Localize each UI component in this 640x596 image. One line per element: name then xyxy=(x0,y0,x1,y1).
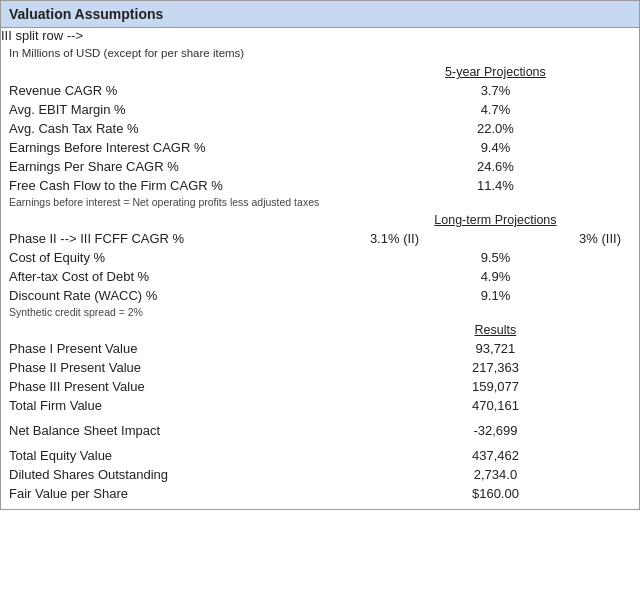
row-value: 9.1% xyxy=(352,286,639,305)
table-row: Phase II --> III FCFF CAGR % 3.1% (II) 3… xyxy=(1,229,639,248)
table-row: Earnings Per Share CAGR % 24.6% xyxy=(1,157,639,176)
split-value-right: 3% (III) xyxy=(579,231,621,246)
five-year-header: 5-year Projections xyxy=(352,61,639,81)
bottom-padding xyxy=(1,503,639,509)
row-value: 22.0% xyxy=(352,119,639,138)
subtitle: In Millions of USD (except for per share… xyxy=(1,43,639,61)
row-label: Cost of Equity % xyxy=(1,248,352,267)
table-row: Phase I Present Value 93,721 xyxy=(1,339,639,358)
table-row: Phase III Present Value 159,077 xyxy=(1,377,639,396)
table-row: Avg. Cash Tax Rate % 22.0% xyxy=(1,119,639,138)
row-value: -32,699 xyxy=(352,421,639,440)
row-label: Earnings Before Interest CAGR % xyxy=(1,138,352,157)
row-value: 4.9% xyxy=(352,267,639,286)
split-value-left: 3.1% (II) xyxy=(370,231,419,246)
table-row: Diluted Shares Outstanding 2,734.0 xyxy=(1,465,639,484)
row-label: Net Balance Sheet Impact xyxy=(1,421,352,440)
table-row: Free Cash Flow to the Firm CAGR % 11.4% xyxy=(1,176,639,195)
row-value-split: 3.1% (II) 3% (III) xyxy=(352,229,639,248)
row-label: After-tax Cost of Debt % xyxy=(1,267,352,286)
row-value: 159,077 xyxy=(352,377,639,396)
row-value: 2,734.0 xyxy=(352,465,639,484)
row-value: 4.7% xyxy=(352,100,639,119)
row-value: 24.6% xyxy=(352,157,639,176)
row-label: Fair Value per Share xyxy=(1,484,352,503)
row-value: 9.5% xyxy=(352,248,639,267)
table-title: Valuation Assumptions xyxy=(1,1,639,28)
row-value: 470,161 xyxy=(352,396,639,415)
table-row: Total Firm Value 470,161 xyxy=(1,396,639,415)
table-row: Total Equity Value 437,462 xyxy=(1,446,639,465)
row-value: 3.7% xyxy=(352,81,639,100)
long-term-header-row: Long-term Projections xyxy=(1,209,639,229)
note-row: Earnings before interest = Net operating… xyxy=(1,195,639,209)
results-header: Results xyxy=(352,319,639,339)
table-row: After-tax Cost of Debt % 4.9% xyxy=(1,267,639,286)
long-term-header: Long-term Projections xyxy=(352,209,639,229)
row-value: 437,462 xyxy=(352,446,639,465)
row-label: Avg. EBIT Margin % xyxy=(1,100,352,119)
credit-note: Synthetic credit spread = 2% xyxy=(1,305,639,319)
row-label: Revenue CAGR % xyxy=(1,81,352,100)
row-label: Phase II --> III FCFF CAGR % xyxy=(1,229,352,248)
row-label: Phase III Present Value xyxy=(1,377,352,396)
earnings-note: Earnings before interest = Net operating… xyxy=(1,195,639,209)
row-value: 11.4% xyxy=(352,176,639,195)
row-label: Phase I Present Value xyxy=(1,339,352,358)
row-label: Free Cash Flow to the Firm CAGR % xyxy=(1,176,352,195)
row-label: Total Equity Value xyxy=(1,446,352,465)
row-value: 9.4% xyxy=(352,138,639,157)
row-label: Avg. Cash Tax Rate % xyxy=(1,119,352,138)
row-value: 93,721 xyxy=(352,339,639,358)
five-year-header-row: 5-year Projections xyxy=(1,61,639,81)
row-label: Earnings Per Share CAGR % xyxy=(1,157,352,176)
row-value: $160.00 xyxy=(352,484,639,503)
row-value: 217,363 xyxy=(352,358,639,377)
row-label: Diluted Shares Outstanding xyxy=(1,465,352,484)
note-row-2: Synthetic credit spread = 2% xyxy=(1,305,639,319)
table-row: Discount Rate (WACC) % 9.1% xyxy=(1,286,639,305)
table-row: Revenue CAGR % 3.7% xyxy=(1,81,639,100)
row-label: Discount Rate (WACC) % xyxy=(1,286,352,305)
table-row: Avg. EBIT Margin % 4.7% xyxy=(1,100,639,119)
table-row: Earnings Before Interest CAGR % 9.4% xyxy=(1,138,639,157)
table-row: Cost of Equity % 9.5% xyxy=(1,248,639,267)
row-label: Phase II Present Value xyxy=(1,358,352,377)
results-header-row: Results xyxy=(1,319,639,339)
valuation-table: Valuation Assumptions III split row --> … xyxy=(0,0,640,510)
table-row: Fair Value per Share $160.00 xyxy=(1,484,639,503)
table-row: Net Balance Sheet Impact -32,699 xyxy=(1,421,639,440)
table-row: Phase II Present Value 217,363 xyxy=(1,358,639,377)
row-label: Total Firm Value xyxy=(1,396,352,415)
